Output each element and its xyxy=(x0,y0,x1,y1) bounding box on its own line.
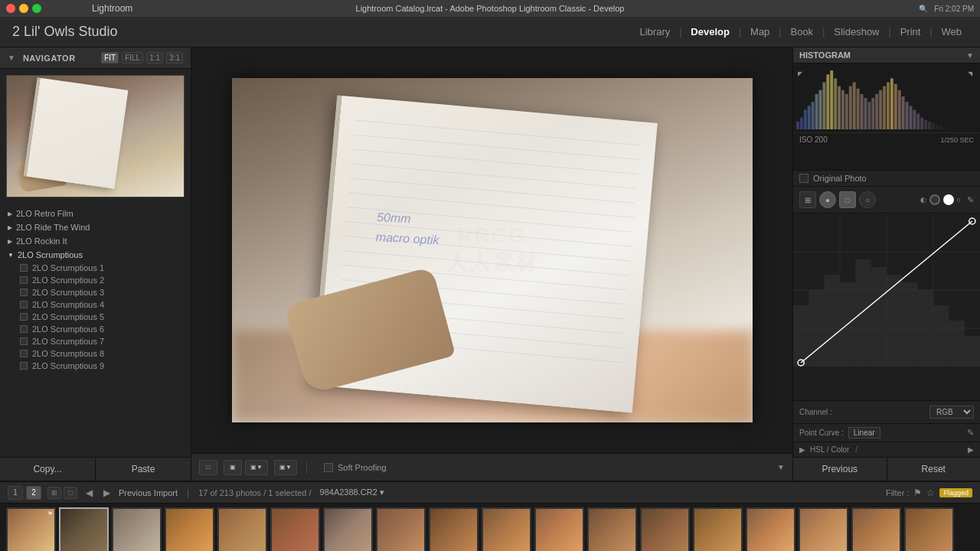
tone-circle-btn[interactable]: ○ xyxy=(859,191,876,208)
minimize-button[interactable] xyxy=(19,4,28,13)
nav-print[interactable]: Print xyxy=(894,23,927,41)
photo-toolbar: □ ▣ ▣▼ ▣▼ Soft Proofing ▼ xyxy=(191,453,792,481)
preset-group-scrumptious-header[interactable]: ▼ 2LO Scrumptious xyxy=(0,248,191,262)
preset-item-scrumptious-5[interactable]: 2LO Scrumptious 5 xyxy=(0,311,191,323)
hsl-expand-icon[interactable]: ▶ xyxy=(968,445,974,454)
traffic-lights[interactable] xyxy=(6,4,41,13)
filter-flag-icon[interactable]: ⚑ xyxy=(913,487,922,498)
tone-rect-btn[interactable]: □ xyxy=(839,191,856,208)
tone-dot-1[interactable] xyxy=(929,194,940,205)
import-label[interactable]: Previous Import xyxy=(119,488,178,497)
svg-rect-12 xyxy=(841,90,844,129)
fit-btn-fill[interactable]: FILL xyxy=(122,52,143,64)
view-loupe-btn[interactable]: □ xyxy=(199,460,217,475)
point-curve-dropdown[interactable]: Linear xyxy=(848,427,880,439)
soft-proofing-checkbox[interactable] xyxy=(324,463,333,472)
preset-item-scrumptious-6[interactable]: 2LO Scrumptious 6 xyxy=(0,323,191,335)
compare-btn-1[interactable]: ▣ xyxy=(224,460,242,475)
film-thumb-4[interactable] xyxy=(165,507,214,551)
svg-rect-60 xyxy=(965,336,980,367)
nav-develop[interactable]: Develop xyxy=(684,23,736,41)
nav-library[interactable]: Library xyxy=(633,23,676,41)
nav-book[interactable]: Book xyxy=(784,23,819,41)
compare-btn-2[interactable]: ▣▼ xyxy=(245,460,268,475)
film-thumb-14[interactable] xyxy=(693,507,743,551)
preset-group-wind-header[interactable]: ▶ 2LO Ride The Wind xyxy=(0,220,191,234)
filename-label[interactable]: 984A2388.CR2 ▾ xyxy=(320,487,384,497)
original-photo-checkbox[interactable] xyxy=(799,174,808,183)
film-thumb-9[interactable] xyxy=(429,507,479,551)
film-thumb-7[interactable] xyxy=(323,507,373,551)
tone-dot-2[interactable] xyxy=(943,194,954,205)
svg-rect-8 xyxy=(826,74,829,129)
maximize-button[interactable] xyxy=(32,4,41,13)
preset-group-retro: ▶ 2LO Retro Film xyxy=(0,207,191,220)
film-thumb-17[interactable] xyxy=(851,507,901,551)
grid-view-btn[interactable]: ▣▼ xyxy=(274,460,297,475)
navigator-triangle[interactable]: ▼ xyxy=(8,54,15,62)
svg-rect-27 xyxy=(898,90,901,129)
paste-button[interactable]: Paste xyxy=(96,458,191,481)
previous-button[interactable]: Previous xyxy=(793,458,887,481)
film-thumb-15[interactable] xyxy=(746,507,795,551)
filmstrip-nav-prev[interactable]: ◀ xyxy=(83,487,95,498)
main-nav: Library | Develop | Map | Book | Slidesh… xyxy=(633,23,968,41)
film-thumb-1[interactable]: ⚑ xyxy=(6,507,56,551)
loupe-view-btn[interactable]: □ xyxy=(64,487,77,499)
tone-target-btn[interactable]: ● xyxy=(819,191,836,208)
preset-icon xyxy=(20,313,28,321)
nav-web[interactable]: Web xyxy=(936,23,969,41)
fit-buttons: FIT FILL 1:1 3:1 xyxy=(101,52,183,64)
film-thumb-11[interactable] xyxy=(534,507,584,551)
film-thumb-8[interactable] xyxy=(376,507,426,551)
svg-rect-14 xyxy=(849,86,852,129)
film-thumb-13[interactable] xyxy=(640,507,690,551)
soft-proofing-toggle[interactable]: Soft Proofing xyxy=(324,463,387,472)
preset-item-scrumptious-4[interactable]: 2LO Scrumptious 4 xyxy=(0,298,191,311)
grid-view-btn[interactable]: ⊞ xyxy=(47,487,61,499)
preset-icon xyxy=(20,337,28,345)
svg-text:◤: ◤ xyxy=(798,70,803,77)
close-button[interactable] xyxy=(6,4,15,13)
hsl-color-row[interactable]: ▶ HSL / Color / ▶ xyxy=(793,442,980,457)
curve-canvas[interactable] xyxy=(793,214,980,367)
svg-rect-7 xyxy=(822,83,825,130)
point-curve-pen-icon[interactable]: ✎ xyxy=(967,428,974,438)
film-thumb-10[interactable] xyxy=(482,507,531,551)
svg-rect-29 xyxy=(906,102,909,129)
pen-icon[interactable]: ✎ xyxy=(967,195,974,205)
histogram-expand-btn[interactable]: ▼ xyxy=(966,51,974,60)
film-thumb-12[interactable] xyxy=(587,507,637,551)
preset-item-scrumptious-3[interactable]: 2LO Scrumptious 3 xyxy=(0,286,191,298)
preset-item-scrumptious-8[interactable]: 2LO Scrumptious 8 xyxy=(0,347,191,360)
preset-item-scrumptious-2[interactable]: 2LO Scrumptious 2 xyxy=(0,274,191,286)
tone-grid-btn[interactable]: ⊞ xyxy=(799,191,816,208)
histogram-area: ◤ ◥ ISO 200 1/250 SEC xyxy=(793,64,980,171)
nav-slideshow[interactable]: Slideshow xyxy=(828,23,885,41)
toolbar-expand-btn[interactable]: ▼ xyxy=(777,463,785,471)
preset-item-scrumptious-9[interactable]: 2LO Scrumptious 9 xyxy=(0,360,191,372)
page-btn-1[interactable]: 1 xyxy=(8,486,23,500)
fit-btn-fit[interactable]: FIT xyxy=(101,52,119,64)
preset-item-scrumptious-7[interactable]: 2LO Scrumptious 7 xyxy=(0,335,191,347)
film-thumb-18[interactable] xyxy=(904,507,954,551)
svg-rect-13 xyxy=(845,94,848,129)
reset-button[interactable]: Reset xyxy=(887,458,981,481)
film-thumb-5[interactable] xyxy=(217,507,267,551)
channel-select[interactable]: RGB Red Green Blue xyxy=(929,406,974,419)
film-thumb-3[interactable] xyxy=(112,507,162,551)
nav-map[interactable]: Map xyxy=(744,23,776,41)
copy-button[interactable]: Copy... xyxy=(0,458,95,481)
film-thumb-16[interactable] xyxy=(799,507,848,551)
filmstrip-nav-next[interactable]: ▶ xyxy=(101,487,113,498)
film-thumb-2[interactable] xyxy=(59,507,109,551)
film-thumb-6[interactable] xyxy=(270,507,320,551)
preset-group-retro-header[interactable]: ▶ 2LO Retro Film xyxy=(0,207,191,220)
preset-group-rockin-header[interactable]: ▶ 2LO Rockin It xyxy=(0,234,191,248)
photo-view: 50mmmacro optik RRCG人人素材 xyxy=(191,47,792,453)
preset-item-scrumptious-1[interactable]: 2LO Scrumptious 1 xyxy=(0,262,191,274)
filter-star-icon[interactable]: ☆ xyxy=(926,487,935,498)
page-btn-2[interactable]: 2 xyxy=(26,486,41,500)
fit-btn-3-1[interactable]: 3:1 xyxy=(166,52,183,64)
fit-btn-1-1[interactable]: 1:1 xyxy=(146,52,163,64)
